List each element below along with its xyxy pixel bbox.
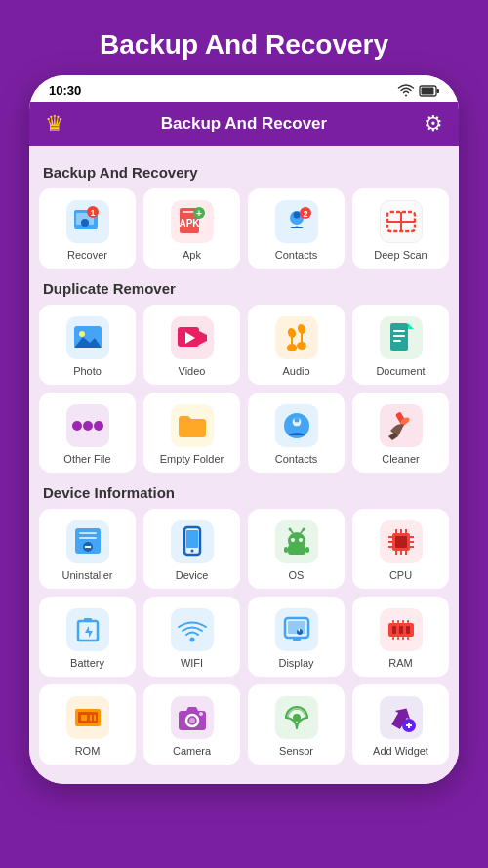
grid-item-wifi[interactable]: WIFI xyxy=(143,597,240,677)
os-icon xyxy=(275,520,318,563)
grid-backup: 1 Recover APK + xyxy=(39,188,449,269)
page-title: Backup And Recovery xyxy=(80,0,408,75)
section-backup: Backup And Recovery 1 Recover xyxy=(39,156,449,269)
svg-rect-86 xyxy=(392,626,396,634)
grid-item-document[interactable]: Document xyxy=(352,305,449,385)
app-header: ♛ Backup And Recover ⚙ xyxy=(29,102,459,146)
time: 10:30 xyxy=(49,83,81,98)
svg-point-56 xyxy=(299,538,303,542)
addwidget-label: Add Widget xyxy=(373,745,428,757)
grid-item-battery[interactable]: Battery xyxy=(39,597,136,677)
grid-item-video[interactable]: Video xyxy=(143,305,240,385)
svg-point-37 xyxy=(83,421,93,431)
cpu-label: CPU xyxy=(389,569,412,581)
grid-item-photo[interactable]: Photo xyxy=(39,305,136,385)
wifi-icon xyxy=(171,608,214,651)
svg-marker-36 xyxy=(408,323,414,329)
recover-label: Recover xyxy=(67,249,107,261)
svg-rect-62 xyxy=(284,547,288,553)
grid-item-addwidget[interactable]: Add Widget xyxy=(352,684,449,765)
svg-point-55 xyxy=(291,538,295,542)
grid-item-os[interactable]: OS xyxy=(248,509,345,589)
svg-rect-65 xyxy=(395,536,407,548)
svg-rect-92 xyxy=(407,620,409,623)
otherfile-icon xyxy=(66,404,109,447)
ram-label: RAM xyxy=(388,657,412,669)
ram-icon xyxy=(380,608,423,651)
svg-rect-91 xyxy=(402,620,404,623)
recover-icon: 1 xyxy=(66,200,109,243)
svg-rect-88 xyxy=(406,626,410,634)
svg-rect-94 xyxy=(397,637,399,640)
svg-rect-96 xyxy=(407,637,409,640)
grid-item-emptyfolder[interactable]: Empty Folder xyxy=(143,393,240,473)
svg-rect-99 xyxy=(81,715,87,721)
grid-item-contacts[interactable]: 2 Contacts xyxy=(248,188,345,269)
grid-item-audio[interactable]: Audio xyxy=(248,305,345,385)
section-title-duplicate: Duplicate Remover xyxy=(39,272,449,305)
settings-icon[interactable]: ⚙ xyxy=(424,111,443,137)
grid-item-otherfile[interactable]: Other File xyxy=(39,393,136,473)
grid-item-cpu[interactable]: CPU xyxy=(352,509,449,589)
svg-rect-33 xyxy=(393,330,405,332)
svg-rect-79 xyxy=(84,618,92,621)
grid-item-sensor[interactable]: Sensor xyxy=(248,684,345,765)
section-device: Device Information Uninstaller xyxy=(39,476,449,765)
svg-rect-100 xyxy=(90,715,92,721)
cpu-icon xyxy=(380,520,423,563)
grid-item-recover[interactable]: 1 Recover xyxy=(39,188,136,269)
otherfile-label: Other File xyxy=(63,453,110,465)
svg-point-30 xyxy=(297,342,306,350)
status-icons xyxy=(398,85,439,97)
svg-text:1: 1 xyxy=(90,208,95,218)
contacts-icon: 2 xyxy=(275,200,318,243)
deepscan-icon xyxy=(380,200,423,243)
section-duplicate: Duplicate Remover Photo xyxy=(39,272,449,473)
grid-item-ram[interactable]: RAM xyxy=(352,597,449,677)
app-header-title: Backup And Recover xyxy=(161,114,327,134)
audio-icon xyxy=(275,316,318,359)
audio-label: Audio xyxy=(282,365,309,377)
grid-item-uninstaller[interactable]: Uninstaller xyxy=(39,509,136,589)
svg-rect-83 xyxy=(293,638,301,641)
apk-icon: APK + xyxy=(171,200,214,243)
emptyfolder-icon xyxy=(171,404,214,447)
contacts-label: Contacts xyxy=(275,249,317,261)
wifi-status-icon xyxy=(398,85,414,97)
grid-duplicate: Photo Video xyxy=(39,305,449,473)
grid-item-device[interactable]: Device xyxy=(143,509,240,589)
grid-item-rom[interactable]: ROM xyxy=(39,684,136,765)
phone-frame: 10:30 ♛ Backup And Recover ⚙ Backup xyxy=(29,75,459,784)
svg-rect-48 xyxy=(79,537,97,539)
svg-rect-89 xyxy=(392,620,394,623)
photo-icon xyxy=(66,316,109,359)
svg-rect-47 xyxy=(79,532,97,534)
svg-marker-24 xyxy=(199,331,207,345)
svg-rect-95 xyxy=(402,637,404,640)
uninstaller-icon xyxy=(66,520,109,563)
content-area: Backup And Recovery 1 Recover xyxy=(29,146,459,784)
grid-item-cleaner[interactable]: Cleaner xyxy=(352,393,449,473)
svg-rect-82 xyxy=(288,621,305,634)
grid-item-camera[interactable]: Camera xyxy=(143,684,240,765)
document-icon xyxy=(380,316,423,359)
rom-label: ROM xyxy=(75,745,101,757)
deepscan-label: Deep Scan xyxy=(374,249,427,261)
svg-rect-87 xyxy=(399,626,403,634)
device-label: Device xyxy=(176,569,209,581)
svg-rect-34 xyxy=(393,335,405,337)
uninstaller-label: Uninstaller xyxy=(62,569,113,581)
grid-item-apk[interactable]: APK + Apk xyxy=(143,188,240,269)
apk-label: Apk xyxy=(183,249,201,261)
document-label: Document xyxy=(376,365,425,377)
grid-item-display[interactable]: Display xyxy=(248,597,345,677)
sensor-label: Sensor xyxy=(279,745,313,757)
svg-text:+: + xyxy=(196,208,202,219)
grid-item-deepscan[interactable]: Deep Scan xyxy=(352,188,449,269)
emptyfolder-label: Empty Folder xyxy=(160,453,224,465)
camera-label: Camera xyxy=(173,745,211,757)
grid-item-contacts2[interactable]: Contacts xyxy=(248,393,345,473)
status-bar: 10:30 xyxy=(29,75,459,102)
svg-point-21 xyxy=(79,331,85,337)
svg-point-104 xyxy=(189,718,195,723)
